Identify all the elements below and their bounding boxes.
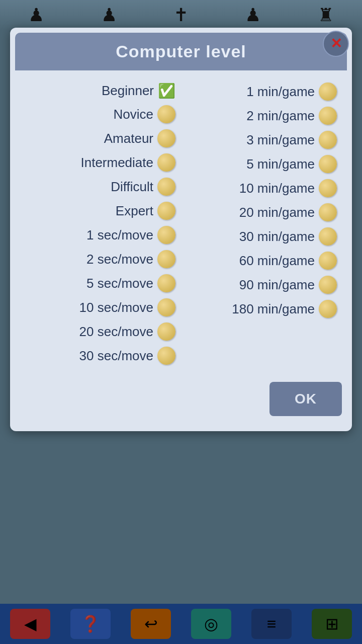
close-icon: ✕ — [330, 37, 342, 51]
radio-circle-icon — [157, 347, 175, 365]
radio-circle-icon — [157, 178, 175, 196]
left-option-label: Intermediate — [80, 155, 153, 171]
left-option-row[interactable]: 20 sec/move — [20, 320, 180, 343]
right-option-label: 30 min/game — [239, 229, 315, 245]
left-option-label: 20 sec/move — [79, 324, 153, 340]
radio-circle-icon — [157, 153, 175, 172]
right-option-label: 10 min/game — [239, 181, 315, 196]
dialog-title-bar: Computer level — [15, 33, 347, 70]
right-option-label: 1 min/game — [246, 84, 315, 100]
right-option-label: 20 min/game — [239, 205, 315, 220]
left-option-row[interactable]: Expert — [20, 200, 180, 222]
radio-circle-icon — [319, 203, 337, 221]
right-option-row[interactable]: 60 min/game — [182, 250, 342, 272]
radio-circle-icon — [319, 227, 337, 246]
radio-circle-icon — [157, 129, 175, 147]
radio-circle-icon — [157, 323, 175, 341]
computer-level-dialog: ✕ Computer level Beginner✅NoviceAmateurI… — [10, 28, 352, 431]
left-option-row[interactable]: Intermediate — [20, 151, 180, 174]
radio-circle-icon — [157, 250, 175, 268]
left-option-label: Expert — [116, 203, 153, 219]
left-options-col: Beginner✅NoviceAmateurIntermediateDiffic… — [20, 80, 180, 367]
left-option-label: Beginner — [102, 83, 154, 99]
radio-circle-icon — [319, 83, 337, 101]
right-option-label: 3 min/game — [246, 132, 315, 148]
left-option-row[interactable]: Beginner✅ — [20, 80, 180, 101]
radio-circle-icon — [319, 179, 337, 197]
left-option-row[interactable]: 5 sec/move — [20, 272, 180, 294]
options-container: Beginner✅NoviceAmateurIntermediateDiffic… — [10, 70, 352, 372]
left-option-row[interactable]: Difficult — [20, 176, 180, 198]
left-option-label: 2 sec/move — [86, 252, 153, 267]
right-option-row[interactable]: 30 min/game — [182, 225, 342, 248]
right-option-row[interactable]: 10 min/game — [182, 177, 342, 199]
right-option-row[interactable]: 5 min/game — [182, 153, 342, 175]
left-option-label: Difficult — [111, 179, 153, 195]
radio-circle-icon — [319, 252, 337, 270]
left-option-row[interactable]: Amateur — [20, 127, 180, 149]
right-option-label: 5 min/game — [246, 156, 315, 172]
right-option-label: 90 min/game — [239, 277, 315, 293]
radio-circle-icon — [319, 155, 337, 173]
radio-circle-icon — [157, 274, 175, 292]
left-option-label: 30 sec/move — [79, 348, 153, 364]
radio-circle-icon — [319, 131, 337, 149]
right-option-label: 2 min/game — [246, 108, 315, 124]
dialog-title: Computer level — [116, 42, 246, 61]
left-option-row[interactable]: 10 sec/move — [20, 296, 180, 318]
right-option-row[interactable]: 90 min/game — [182, 274, 342, 296]
left-option-row[interactable]: 30 sec/move — [20, 345, 180, 367]
radio-circle-icon — [157, 105, 175, 123]
left-option-label: Amateur — [104, 131, 153, 146]
right-option-label: 60 min/game — [239, 253, 315, 269]
left-option-label: 1 sec/move — [86, 227, 153, 243]
close-button[interactable]: ✕ — [323, 31, 349, 57]
radio-circle-icon — [319, 300, 337, 318]
modal-overlay: ✕ Computer level Beginner✅NoviceAmateurI… — [0, 0, 362, 644]
left-option-label: 10 sec/move — [79, 300, 153, 315]
radio-circle-icon — [157, 298, 175, 316]
left-option-row[interactable]: 1 sec/move — [20, 224, 180, 246]
selected-checkmark-icon: ✅ — [158, 83, 175, 99]
radio-circle-icon — [157, 202, 175, 220]
ok-button[interactable]: OK — [269, 382, 342, 416]
right-option-row[interactable]: 3 min/game — [182, 129, 342, 151]
left-option-label: Novice — [114, 107, 153, 122]
left-option-row[interactable]: Novice — [20, 103, 180, 125]
right-option-row[interactable]: 1 min/game — [182, 80, 342, 103]
right-option-row[interactable]: 180 min/game — [182, 298, 342, 320]
radio-circle-icon — [319, 107, 337, 125]
right-option-row[interactable]: 2 min/game — [182, 105, 342, 127]
radio-circle-icon — [319, 276, 337, 294]
radio-circle-icon — [157, 226, 175, 244]
right-options-col: 1 min/game2 min/game3 min/game5 min/game… — [182, 80, 342, 367]
left-option-row[interactable]: 2 sec/move — [20, 248, 180, 270]
right-option-label: 180 min/game — [232, 301, 315, 317]
right-option-row[interactable]: 20 min/game — [182, 201, 342, 223]
left-option-label: 5 sec/move — [86, 276, 153, 291]
